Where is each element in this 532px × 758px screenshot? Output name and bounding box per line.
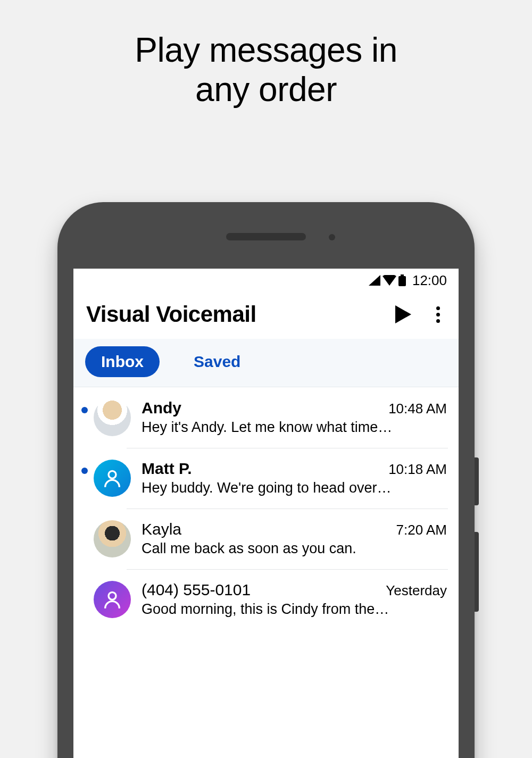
avatar — [94, 581, 131, 618]
tab-saved[interactable]: Saved — [178, 346, 256, 377]
phone-frame: 12:00 Visual Voicemail Inbox Saved — [57, 202, 475, 758]
caller-name: Kayla — [142, 520, 181, 538]
signal-icon — [369, 275, 380, 286]
caller-name: (404) 555-0101 — [142, 581, 251, 599]
caller-name: Andy — [142, 399, 181, 417]
phone-screen: 12:00 Visual Voicemail Inbox Saved — [73, 269, 459, 758]
voicemail-time: 10:48 AM — [388, 401, 447, 417]
voicemail-content: Kayla 7:20 AM Call me back as soon as yo… — [142, 520, 447, 557]
voicemail-time: 10:18 AM — [388, 461, 447, 478]
voicemail-preview: Hey it's Andy. Let me know what time… — [142, 419, 447, 436]
voicemail-row[interactable]: (404) 555-0101 Yesterday Good morning, t… — [73, 569, 459, 630]
voicemail-list: Andy 10:48 AM Hey it's Andy. Let me know… — [73, 387, 459, 630]
avatar — [94, 460, 131, 497]
wifi-icon — [383, 275, 396, 286]
voicemail-preview: Call me back as soon as you can. — [142, 540, 447, 557]
promo-headline: Play messages in any order — [0, 0, 532, 109]
person-icon — [102, 468, 123, 489]
voicemail-content: (404) 555-0101 Yesterday Good morning, t… — [142, 581, 447, 618]
tabs-bar: Inbox Saved — [73, 339, 459, 387]
status-time: 12:00 — [412, 272, 447, 289]
phone-side-button — [475, 457, 479, 505]
phone-camera — [329, 234, 335, 240]
promo-headline-line2: any order — [195, 70, 337, 109]
caller-name: Matt P. — [142, 460, 192, 478]
voicemail-row[interactable]: Matt P. 10:18 AM Hey buddy. We're going … — [73, 448, 459, 509]
voicemail-time: 7:20 AM — [396, 522, 447, 538]
tab-inbox[interactable]: Inbox — [85, 346, 160, 377]
person-icon — [102, 589, 123, 610]
voicemail-preview: Good morning, this is Cindy from the… — [142, 601, 447, 618]
unread-indicator — [79, 468, 90, 474]
voicemail-preview: Hey buddy. We're going to head over… — [142, 480, 447, 496]
avatar — [94, 520, 131, 557]
voicemail-content: Andy 10:48 AM Hey it's Andy. Let me know… — [142, 399, 447, 436]
app-bar: Visual Voicemail — [73, 292, 459, 339]
phone-side-button — [475, 532, 479, 612]
more-vert-icon — [436, 306, 440, 310]
svg-rect-0 — [401, 274, 404, 276]
voicemail-time: Yesterday — [386, 582, 447, 599]
status-bar: 12:00 — [73, 269, 459, 292]
svg-rect-1 — [398, 276, 406, 286]
svg-point-2 — [109, 471, 116, 478]
avatar — [94, 399, 131, 436]
play-all-button[interactable] — [392, 303, 415, 326]
more-options-button[interactable] — [430, 303, 446, 326]
voicemail-row[interactable]: Kayla 7:20 AM Call me back as soon as yo… — [73, 509, 459, 569]
phone-speaker — [226, 233, 306, 240]
play-icon — [395, 305, 411, 323]
promo-headline-line1: Play messages in — [135, 31, 397, 69]
battery-icon — [398, 274, 406, 286]
unread-indicator — [79, 407, 90, 413]
voicemail-content: Matt P. 10:18 AM Hey buddy. We're going … — [142, 460, 447, 496]
app-title: Visual Voicemail — [86, 302, 392, 327]
svg-point-3 — [109, 592, 116, 599]
voicemail-row[interactable]: Andy 10:48 AM Hey it's Andy. Let me know… — [73, 387, 459, 448]
